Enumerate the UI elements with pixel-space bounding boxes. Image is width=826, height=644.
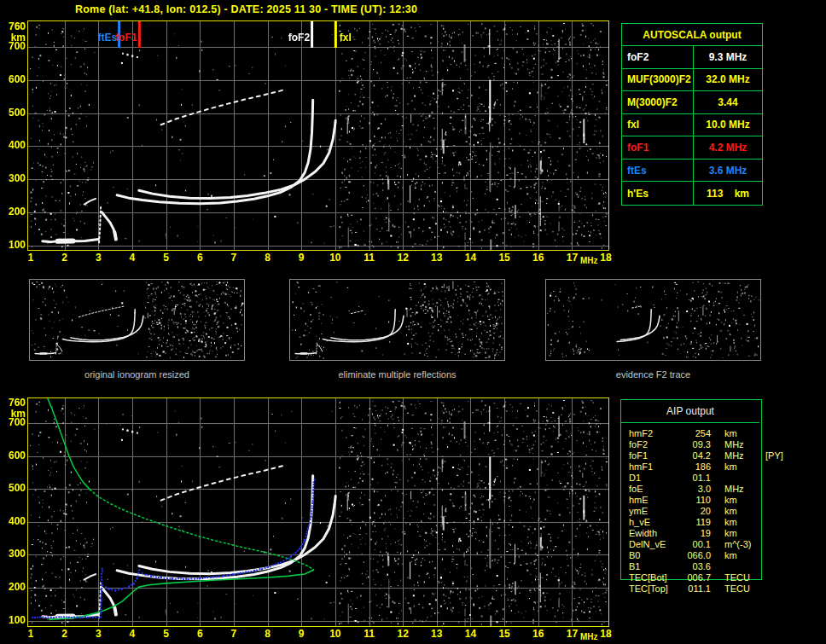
- aip-value: 03.6: [678, 561, 711, 572]
- aip-unit: [724, 473, 764, 484]
- y-tick-label: 700: [1, 41, 26, 52]
- thumbnail-caption-evidence: evidence F2 trace: [545, 369, 761, 380]
- autoscala-param-label: ftEs: [622, 160, 693, 182]
- x-tick-label: 6: [189, 252, 211, 264]
- autoscala-param-value: 3.44: [693, 91, 762, 113]
- x-tick-label: 4: [121, 629, 143, 640]
- x-tick-label: 2: [54, 629, 76, 640]
- aip-unit: km: [724, 461, 764, 473]
- x-tick-label: 11: [358, 252, 381, 264]
- aip-row-ymE: ymE20km: [620, 506, 822, 517]
- x-tick-label: 8: [257, 629, 279, 640]
- autoscala-row-M(3000)F2: M(3000)F23.44: [622, 91, 762, 114]
- autoscala-row-foF2: foF29.3 MHz: [622, 46, 762, 69]
- aip-unit: MHz: [724, 439, 764, 450]
- x-tick-label: 15: [493, 252, 515, 264]
- aip-value: 3.0: [678, 484, 711, 495]
- y-tick-label: 400: [1, 140, 26, 151]
- x-tick-label: 1: [20, 629, 42, 640]
- autoscala-param-value: 113 km: [693, 182, 762, 205]
- thumbnail-caption-original: original ionogram resized: [29, 369, 245, 380]
- aip-value: 01.1: [678, 473, 711, 484]
- y-tick-label: 300: [1, 548, 26, 560]
- aip-name: B0: [629, 550, 678, 561]
- aip-value: 20: [678, 506, 711, 517]
- aip-row-h_vE: h_vE119km: [620, 517, 822, 528]
- ionogram-canvas-top: [28, 21, 608, 250]
- y-tick-label: 500: [1, 483, 26, 494]
- aip-name: hmE: [629, 495, 678, 506]
- autoscala-param-value: 3.6 MHz: [693, 160, 762, 182]
- marker-label-foF1: foF1: [116, 32, 137, 43]
- y-tick-label: 100: [1, 615, 26, 626]
- x-tick-label: 5: [155, 629, 177, 640]
- thumbnail-original-ionogram: [29, 279, 245, 361]
- thumbnail-canvas-eliminate: [290, 280, 504, 360]
- thumbnail-canvas-original: [30, 280, 244, 360]
- x-tick-label: 15: [493, 629, 515, 640]
- aip-unit: km: [724, 528, 764, 539]
- x-tick-label: 1: [20, 252, 42, 264]
- y-tick-label: 300: [1, 173, 26, 184]
- x-tick-label: 10: [324, 252, 346, 264]
- autoscala-output-title: AUTOSCALA output: [622, 24, 762, 46]
- x-tick-label: 14: [459, 252, 481, 264]
- autoscala-output-panel: AUTOSCALA output foF29.3 MHzMUF(3000)F23…: [621, 23, 763, 206]
- aip-name: hmF2: [629, 428, 678, 439]
- autoscala-param-label: MUF(3000)F2: [622, 69, 693, 91]
- autoscala-param-value: 32.0 MHz: [693, 69, 762, 91]
- aip-unit: km: [724, 517, 764, 528]
- marker-label-ftEs: ftEs: [97, 32, 117, 43]
- x-tick-label: 5: [155, 252, 177, 264]
- aip-unit: km: [724, 506, 764, 517]
- x-tick-label: 8: [257, 252, 279, 264]
- aip-row-hmF2: hmF2254km: [620, 428, 822, 439]
- autoscala-row-h'Es: h'Es113 km: [622, 182, 762, 205]
- aip-value: 186: [678, 461, 711, 473]
- aip-name: DelN_vE: [629, 539, 678, 550]
- aip-name: h_vE: [629, 517, 678, 528]
- aip-unit: TECU: [724, 583, 764, 595]
- x-axis-unit-label: MHz: [576, 631, 602, 642]
- aip-note: [PY]: [765, 450, 783, 461]
- aip-value: 09.3: [678, 439, 711, 450]
- aip-unit: [724, 561, 764, 572]
- autoscala-row-MUF(3000)F2: MUF(3000)F232.0 MHz: [622, 69, 762, 92]
- aip-name: Ewidth: [629, 528, 678, 539]
- autoscala-row-foF1: foF14.2 MHz: [622, 136, 762, 160]
- aip-row-B0: B0066.0km: [620, 550, 822, 561]
- x-tick-label: 9: [290, 252, 312, 264]
- aip-row-Ewidth: Ewidth19km: [620, 528, 822, 539]
- x-tick-label: 13: [426, 629, 448, 640]
- aip-unit: m^(-3): [724, 539, 764, 550]
- aip-value: 254: [678, 428, 711, 439]
- aip-row-foF1: foF104.2MHz[PY]: [620, 450, 822, 461]
- aip-name: TEC[Top]: [629, 583, 678, 595]
- y-tick-label: 200: [1, 582, 26, 593]
- aip-value: 006.7: [678, 572, 711, 583]
- x-tick-label: 3: [87, 629, 109, 640]
- x-tick-label: 2: [54, 252, 76, 264]
- thumbnail-caption-eliminate: eliminate multiple reflections: [289, 369, 505, 380]
- ionogram-canvas-bottom: [28, 398, 608, 626]
- aip-value: 066.0: [678, 550, 711, 561]
- autoscala-param-label: fxI: [622, 114, 693, 136]
- y-tick-label: 200: [1, 206, 26, 218]
- aip-name: hmF1: [629, 461, 678, 473]
- x-tick-label: 16: [527, 252, 550, 264]
- aip-unit: km: [724, 495, 764, 506]
- x-tick-label: 7: [223, 252, 245, 264]
- aip-name: ymE: [629, 506, 678, 517]
- aip-row-foF2: foF209.3MHz: [620, 439, 822, 450]
- x-tick-label: 4: [121, 252, 143, 264]
- autoscala-param-value: 10.0 MHz: [693, 114, 762, 136]
- aip-value: 110: [678, 495, 711, 506]
- ionogram-plot-bottom: [27, 397, 609, 627]
- x-axis-unit-label: MHz: [576, 255, 602, 266]
- aip-row-D1: D101.1: [620, 473, 822, 484]
- autoscala-row-fxI: fxI10.0 MHz: [622, 114, 762, 137]
- aip-name: B1: [629, 561, 678, 572]
- aip-row-TEC[Top]: TEC[Top]011.1TECU: [620, 583, 822, 595]
- x-tick-label: 12: [392, 252, 414, 264]
- y-tick-label: 100: [1, 240, 26, 251]
